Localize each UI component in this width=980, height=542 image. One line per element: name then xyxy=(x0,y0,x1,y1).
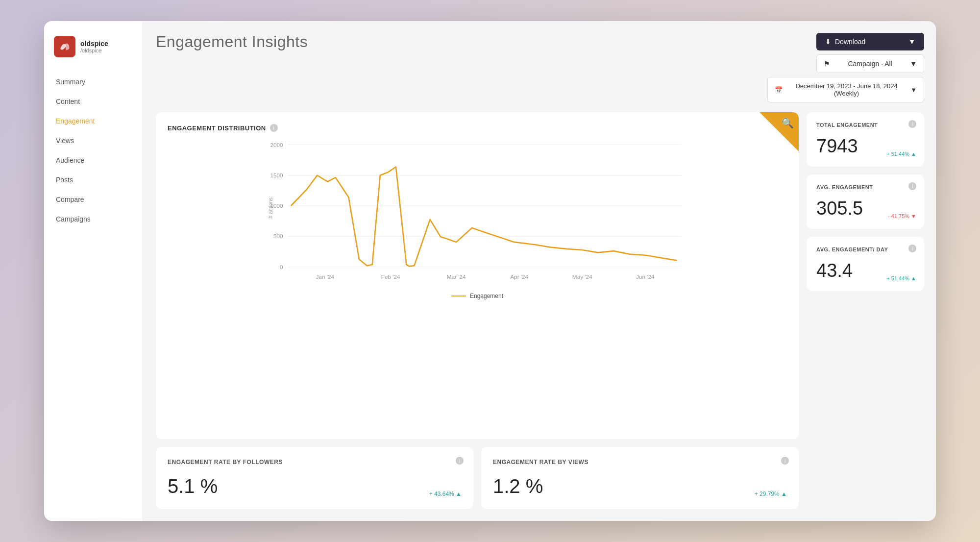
svg-text:2000: 2000 xyxy=(270,142,283,148)
date-range-label: December 19, 2023 - June 18, 2024 (Weekl… xyxy=(786,82,906,97)
svg-text:500: 500 xyxy=(273,233,283,239)
legend-label: Engagement xyxy=(470,293,503,299)
brand-handle: /oldspice xyxy=(80,48,108,53)
avg-engagement-card: i AVG. ENGAGEMENT 305.5 - 41.75% ▼ xyxy=(807,174,924,229)
legend-line-icon xyxy=(451,296,466,296)
avg-day-title: AVG. ENGAGEMENT/ DAY xyxy=(816,246,914,252)
campaign-chevron-icon: ▼ xyxy=(910,60,917,68)
sidebar-item-audience[interactable]: Audience xyxy=(44,150,142,170)
right-panel: i TOTAL ENGAGEMENT 7943 + 51.44% ▲ i AVG… xyxy=(807,112,924,509)
chart-title: ENGAGEMENT DISTRIBUTION xyxy=(168,124,266,132)
avg-day-info-icon[interactable]: i xyxy=(908,245,916,252)
brand-name: oldspice xyxy=(80,40,108,48)
download-chevron-icon: ▼ xyxy=(908,38,915,46)
line-chart-svg: 2000 1500 1000 500 0 # actions xyxy=(168,140,787,287)
views-change-text: + 29.79% xyxy=(755,491,780,497)
content-area: 🔍 ENGAGEMENT DISTRIBUTION i 2000 1500 10… xyxy=(156,112,924,509)
views-rate-value: 1.2 % xyxy=(493,475,787,497)
bottom-cards: i ENGAGEMENT RATE BY FOLLOWERS 5.1 % + 4… xyxy=(156,447,799,509)
total-change-text: + 51.44% xyxy=(886,151,909,157)
views-rate-title: ENGAGEMENT RATE BY VIEWS xyxy=(493,459,787,466)
total-up-arrow-icon: ▲ xyxy=(911,151,916,157)
svg-text:Jun '24: Jun '24 xyxy=(636,273,655,280)
sidebar-item-posts[interactable]: Posts xyxy=(44,170,142,190)
brand-logo-icon xyxy=(54,36,75,57)
sidebar-item-engagement[interactable]: Engagement xyxy=(44,111,142,131)
engagement-chart-card: 🔍 ENGAGEMENT DISTRIBUTION i 2000 1500 10… xyxy=(156,112,799,439)
top-bar: Engagement Insights ⬇ Download ▼ ⚑ Campa… xyxy=(156,33,924,102)
followers-card-info-icon[interactable]: i xyxy=(456,457,464,465)
followers-rate-change: + 43.64% ▲ xyxy=(429,491,462,497)
total-engagement-info-icon[interactable]: i xyxy=(908,120,916,128)
total-engagement-title: TOTAL ENGAGEMENT xyxy=(816,122,914,128)
sidebar-item-campaigns[interactable]: Campaigns xyxy=(44,209,142,229)
avg-engagement-title: AVG. ENGAGEMENT xyxy=(816,184,914,190)
sidebar-item-compare[interactable]: Compare xyxy=(44,190,142,209)
followers-rate-value: 5.1 % xyxy=(168,475,462,497)
date-chevron-icon: ▼ xyxy=(910,86,917,94)
avg-day-change: + 51.44% ▲ xyxy=(886,275,916,281)
left-panel: 🔍 ENGAGEMENT DISTRIBUTION i 2000 1500 10… xyxy=(156,112,799,509)
followers-up-arrow-icon: ▲ xyxy=(456,491,462,497)
svg-text:0: 0 xyxy=(280,264,283,270)
svg-text:Mar '24: Mar '24 xyxy=(447,273,466,280)
total-engagement-card: i TOTAL ENGAGEMENT 7943 + 51.44% ▲ xyxy=(807,112,924,167)
followers-rate-card: i ENGAGEMENT RATE BY FOLLOWERS 5.1 % + 4… xyxy=(156,447,473,509)
followers-change-text: + 43.64% xyxy=(429,491,454,497)
avg-engagement-change: - 41.75% ▼ xyxy=(888,213,916,219)
download-btn-left: ⬇ Download xyxy=(825,38,865,46)
total-engagement-change: + 51.44% ▲ xyxy=(886,151,916,157)
search-icon: 🔍 xyxy=(782,117,794,129)
svg-text:# actions: # actions xyxy=(268,197,273,219)
avg-day-up-arrow-icon: ▲ xyxy=(911,275,916,281)
sidebar: oldspice /oldspice Summary Content Engag… xyxy=(44,21,142,521)
nav-items: Summary Content Engagement Views Audienc… xyxy=(44,72,142,229)
campaign-icon: ⚑ xyxy=(824,60,830,68)
svg-text:Feb '24: Feb '24 xyxy=(381,273,400,280)
avg-day-change-text: + 51.44% xyxy=(886,275,909,281)
views-rate-card: i ENGAGEMENT RATE BY VIEWS 1.2 % + 29.79… xyxy=(481,447,799,509)
sidebar-item-summary[interactable]: Summary xyxy=(44,72,142,92)
sidebar-logo: oldspice /oldspice xyxy=(44,31,142,72)
chart-info-icon[interactable]: i xyxy=(270,124,278,132)
top-controls: ⬇ Download ▼ ⚑ Campaign · All ▼ 📅 Decemb… xyxy=(767,33,924,102)
download-button[interactable]: ⬇ Download ▼ xyxy=(816,33,924,50)
svg-text:May '24: May '24 xyxy=(572,273,592,280)
svg-text:Jan '24: Jan '24 xyxy=(316,273,334,280)
avg-change-text: - 41.75% xyxy=(888,213,909,219)
sidebar-item-content[interactable]: Content xyxy=(44,92,142,111)
chart-title-row: ENGAGEMENT DISTRIBUTION i xyxy=(168,124,787,132)
views-up-arrow-icon: ▲ xyxy=(781,491,787,497)
date-range-button[interactable]: 📅 December 19, 2023 - June 18, 2024 (Wee… xyxy=(767,77,924,102)
avg-down-arrow-icon: ▼ xyxy=(911,213,916,219)
page-title: Engagement Insights xyxy=(156,33,308,51)
chart-area: 2000 1500 1000 500 0 # actions xyxy=(168,140,787,287)
sidebar-item-views[interactable]: Views xyxy=(44,131,142,150)
download-icon: ⬇ xyxy=(825,38,831,46)
followers-rate-title: ENGAGEMENT RATE BY FOLLOWERS xyxy=(168,459,462,466)
views-card-info-icon[interactable]: i xyxy=(781,457,789,465)
calendar-icon: 📅 xyxy=(775,86,783,94)
campaign-button[interactable]: ⚑ Campaign · All ▼ xyxy=(816,54,924,73)
chart-legend: Engagement xyxy=(168,293,787,299)
svg-text:Apr '24: Apr '24 xyxy=(510,273,528,280)
main-content: Engagement Insights ⬇ Download ▼ ⚑ Campa… xyxy=(142,21,936,521)
avg-engagement-info-icon[interactable]: i xyxy=(908,182,916,190)
brand-info: oldspice /oldspice xyxy=(80,40,108,53)
svg-text:1500: 1500 xyxy=(270,172,283,178)
download-label: Download xyxy=(835,38,865,46)
views-rate-change: + 29.79% ▲ xyxy=(755,491,787,497)
app-container: oldspice /oldspice Summary Content Engag… xyxy=(44,21,936,521)
avg-engagement-day-card: i AVG. ENGAGEMENT/ DAY 43.4 + 51.44% ▲ xyxy=(807,237,924,291)
campaign-label: Campaign · All xyxy=(848,60,892,68)
